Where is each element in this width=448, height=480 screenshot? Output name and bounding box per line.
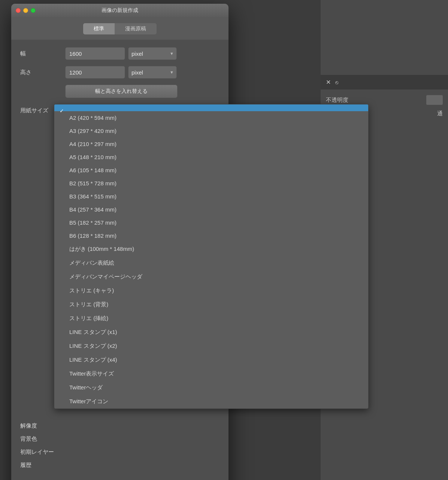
blend-value: 通 xyxy=(437,110,443,117)
dropdown-item-9[interactable]: B5 (182 * 257 mm) xyxy=(54,216,368,229)
dropdown-item-20[interactable]: Twitter表示サイズ xyxy=(54,367,368,381)
height-row: 高さ pixel mm cm inch ▼ xyxy=(20,66,220,79)
window-title: 画像の新規作成 xyxy=(102,7,138,14)
paper-size-dropdown: A2 (420 * 594 mm) A3 (297 * 420 mm) A4 (… xyxy=(54,104,369,409)
dialog-body: 標準 漫画原稿 幅 pixel mm cm inch ▼ xyxy=(11,17,228,480)
width-input[interactable] xyxy=(65,47,125,60)
dropdown-item-5[interactable]: A6 (105 * 148 mm) xyxy=(54,164,368,177)
dropdown-item-19[interactable]: LINE スタンプ (x4) xyxy=(54,353,368,367)
close-icon[interactable]: ✕ xyxy=(326,79,331,86)
dialog-window: 画像の新規作成 標準 漫画原稿 幅 pixel mm cm inch xyxy=(11,4,228,480)
height-input[interactable] xyxy=(65,66,125,79)
form-area: 幅 pixel mm cm inch ▼ 高さ xyxy=(11,40,228,416)
swap-button[interactable]: 幅と高さを入れ替える xyxy=(65,85,178,98)
dropdown-item-7[interactable]: B3 (364 * 515 mm) xyxy=(54,190,368,203)
bg-color-label: 背景色 xyxy=(20,435,65,443)
tab-manga[interactable]: 漫画原稿 xyxy=(115,23,157,34)
close-button[interactable] xyxy=(16,8,21,13)
resolution-row: 解像度 xyxy=(20,422,220,429)
dropdown-item-11[interactable]: はがき (100mm * 148mm) xyxy=(54,242,368,256)
dropdown-item-14[interactable]: ストリエ (キャラ) xyxy=(54,284,368,298)
dropdown-item-8[interactable]: B4 (257 * 364 mm) xyxy=(54,203,368,216)
dropdown-item-10[interactable]: B6 (128 * 182 mm) xyxy=(54,229,368,242)
other-rows: 解像度 背景色 初期レイヤー 履歴 xyxy=(11,416,228,480)
maximize-button[interactable] xyxy=(31,8,36,13)
minimize-button[interactable] xyxy=(23,8,28,13)
width-unit-select[interactable]: pixel mm cm inch xyxy=(128,47,177,60)
title-bar: 画像の新規作成 xyxy=(11,4,228,17)
history-row: 履歴 xyxy=(20,462,220,469)
dropdown-item-13[interactable]: メディバンマイページヘッダ xyxy=(54,270,368,284)
width-label: 幅 xyxy=(20,50,65,57)
dropdown-item-0[interactable] xyxy=(54,104,368,111)
width-unit-wrapper: pixel mm cm inch ▼ xyxy=(125,47,177,60)
opacity-input[interactable] xyxy=(426,95,443,105)
external-icon[interactable]: ⎋ xyxy=(335,79,338,85)
initial-layer-label: 初期レイヤー xyxy=(20,449,65,456)
height-unit-select[interactable]: pixel mm cm inch xyxy=(128,66,177,79)
dropdown-item-22[interactable]: Twitterアイコン xyxy=(54,395,368,408)
traffic-lights xyxy=(16,8,36,13)
dropdown-item-3[interactable]: A4 (210 * 297 mm) xyxy=(54,137,368,151)
bg-color-row: 背景色 xyxy=(20,435,220,443)
dropdown-item-15[interactable]: ストリエ (背景) xyxy=(54,298,368,312)
dropdown-item-4[interactable]: A5 (148 * 210 mm) xyxy=(54,151,368,164)
dropdown-item-2[interactable]: A3 (297 * 420 mm) xyxy=(54,124,368,137)
dropdown-list: A2 (420 * 594 mm) A3 (297 * 420 mm) A4 (… xyxy=(54,104,369,409)
dropdown-item-1[interactable]: A2 (420 * 594 mm) xyxy=(54,111,368,124)
height-label: 高さ xyxy=(20,69,65,76)
dropdown-item-18[interactable]: LINE スタンプ (x2) xyxy=(54,339,368,353)
resolution-label: 解像度 xyxy=(20,422,65,429)
dropdown-item-21[interactable]: Twitterヘッダ xyxy=(54,381,368,395)
history-label: 履歴 xyxy=(20,462,65,469)
opacity-label: 不透明度 xyxy=(326,97,348,104)
initial-layer-row: 初期レイヤー xyxy=(20,449,220,456)
dropdown-item-17[interactable]: LINE スタンプ (x1) xyxy=(54,325,368,339)
width-row: 幅 pixel mm cm inch ▼ xyxy=(20,47,220,60)
paper-size-row: 用紙サイズ A2 (420 * 594 mm) A3 (297 * 420 mm… xyxy=(20,104,220,409)
dropdown-item-16[interactable]: ストリエ (挿絵) xyxy=(54,312,368,325)
opacity-row: 不透明度 xyxy=(326,95,443,105)
tabs-row: 標準 漫画原稿 xyxy=(11,23,228,40)
height-unit-wrapper: pixel mm cm inch ▼ xyxy=(125,66,177,79)
right-panel-header: ✕ ⎋ xyxy=(321,75,448,89)
tab-standard[interactable]: 標準 xyxy=(83,23,115,34)
dropdown-item-12[interactable]: メディバン表紙絵 xyxy=(54,256,368,270)
dropdown-item-6[interactable]: B2 (515 * 728 mm) xyxy=(54,177,368,190)
